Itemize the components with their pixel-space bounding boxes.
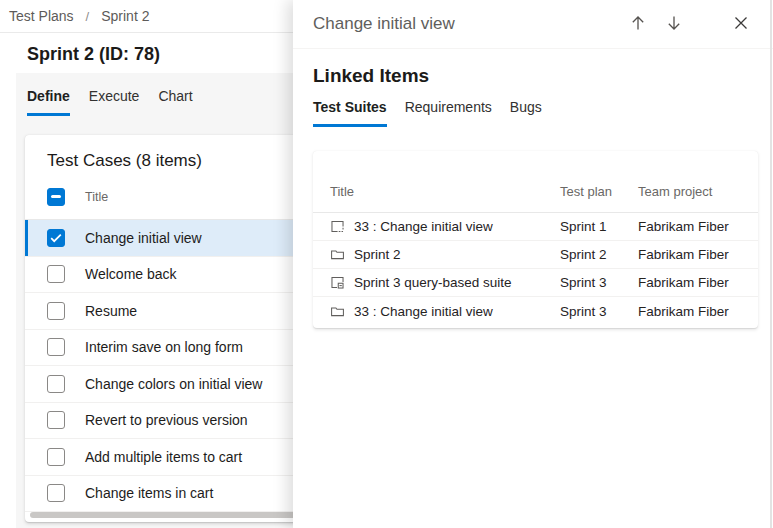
arrow-down-icon [665, 14, 683, 35]
linked-item-team-project: Fabrikam Fiber [638, 219, 748, 234]
row-checkbox[interactable] [47, 375, 65, 393]
linked-item-team-project: Fabrikam Fiber [638, 275, 748, 290]
test-case-title: Resume [85, 303, 137, 319]
arrow-up-icon [629, 14, 647, 35]
tab-chart[interactable]: Chart [158, 88, 192, 116]
linked-item-row[interactable]: Sprint 2 Sprint 2 Fabrikam Fiber [313, 241, 758, 269]
breadcrumb-separator: / [86, 9, 90, 24]
linked-item-title: 33 : Change initial view [354, 304, 493, 319]
test-case-title: Change items in cart [85, 485, 213, 501]
row-checkbox[interactable] [47, 229, 65, 247]
window-edge [770, 0, 772, 528]
panel-header: Change initial view [293, 0, 773, 49]
close-button[interactable] [723, 6, 759, 42]
tab-define[interactable]: Define [27, 88, 70, 116]
linked-items-list: 33 : Change initial view Sprint 1 Fabrik… [313, 213, 758, 325]
static-suite-icon [330, 247, 345, 262]
linked-items-card: Title Test plan Team project 33 : Change… [313, 151, 758, 328]
linked-items-header-row: Title Test plan Team project [313, 151, 758, 213]
move-down-button[interactable] [656, 6, 692, 42]
panel-title: Change initial view [313, 14, 620, 34]
page-title: Sprint 2 (ID: 78) [27, 44, 160, 65]
breadcrumb-item-test-plans[interactable]: Test Plans [9, 8, 74, 24]
linked-item-title: Sprint 2 [354, 247, 401, 262]
column-test-plan: Test plan [560, 184, 638, 199]
tab-test-suites[interactable]: Test Suites [313, 99, 387, 127]
linked-item-team-project: Fabrikam Fiber [638, 247, 748, 262]
move-up-button[interactable] [620, 6, 656, 42]
column-team-project: Team project [638, 184, 748, 199]
test-case-title: Revert to previous version [85, 412, 248, 428]
row-checkbox[interactable] [47, 448, 65, 466]
linked-item-title: Sprint 3 query-based suite [354, 275, 512, 290]
tab-bugs[interactable]: Bugs [510, 99, 542, 127]
test-case-title: Change initial view [85, 230, 202, 246]
linked-item-row[interactable]: Sprint 3 query-based suite Sprint 3 Fabr… [313, 269, 758, 297]
row-checkbox[interactable] [47, 411, 65, 429]
linked-item-team-project: Fabrikam Fiber [638, 304, 748, 319]
row-checkbox[interactable] [47, 265, 65, 283]
linked-item-test-plan: Sprint 3 [560, 304, 638, 319]
static-suite-icon [330, 304, 345, 319]
test-case-title: Welcome back [85, 266, 177, 282]
select-all-checkbox[interactable] [47, 188, 65, 206]
linked-item-test-plan: Sprint 1 [560, 219, 638, 234]
linked-item-title: 33 : Change initial view [354, 219, 493, 234]
linked-items-heading: Linked Items [313, 65, 753, 87]
requirement-suite-icon [330, 219, 345, 234]
close-icon [732, 14, 750, 35]
query-suite-icon [330, 275, 345, 290]
test-case-title: Add multiple items to cart [85, 449, 242, 465]
details-panel: Change initial view Linked Items Test Su… [293, 0, 773, 528]
linked-item-row[interactable]: 33 : Change initial view Sprint 1 Fabrik… [313, 213, 758, 241]
row-checkbox[interactable] [47, 484, 65, 502]
tab-requirements[interactable]: Requirements [405, 99, 492, 127]
linked-item-row[interactable]: 33 : Change initial view Sprint 3 Fabrik… [313, 297, 758, 325]
row-checkbox[interactable] [47, 302, 65, 320]
linked-items-tabbar: Test Suites Requirements Bugs [313, 99, 753, 127]
linked-item-test-plan: Sprint 3 [560, 275, 638, 290]
test-case-title: Interim save on long form [85, 339, 243, 355]
panel-body: Linked Items Test Suites Requirements Bu… [293, 65, 773, 328]
title-column-header: Title [85, 190, 108, 204]
tab-execute[interactable]: Execute [89, 88, 140, 116]
breadcrumb-item-sprint-2[interactable]: Sprint 2 [101, 8, 149, 24]
linked-item-test-plan: Sprint 2 [560, 247, 638, 262]
column-title: Title [330, 184, 560, 199]
row-checkbox[interactable] [47, 338, 65, 356]
test-case-title: Change colors on initial view [85, 376, 262, 392]
